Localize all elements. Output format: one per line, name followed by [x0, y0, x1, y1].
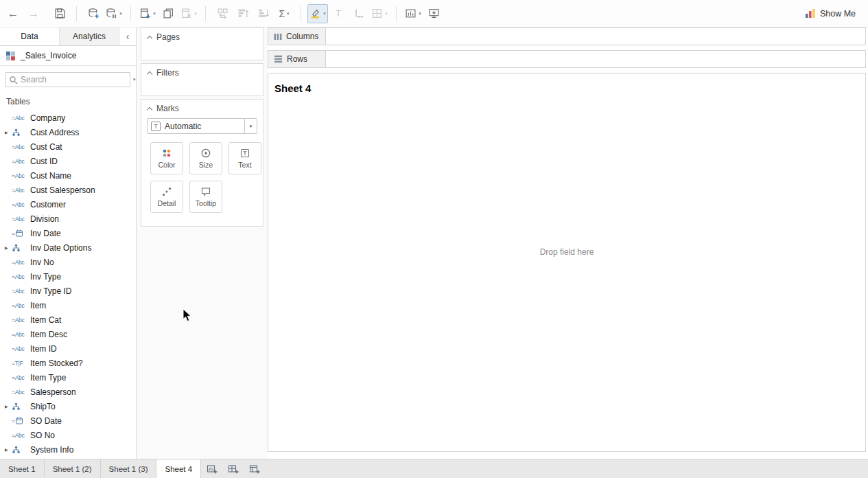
pages-card[interactable]: Pages — [141, 27, 263, 60]
field-row[interactable]: ▶ =Abc =T|F = Inv Type ID — [0, 284, 136, 298]
sheet-canvas[interactable]: Sheet 4 Drop field here — [268, 73, 866, 452]
new-worksheet-tab-button[interactable] — [201, 459, 222, 478]
pause-auto-updates-button[interactable]: ▾ — [104, 4, 124, 23]
hierarchy-expander-icon[interactable]: ▶ — [5, 130, 12, 135]
hierarchy-expander-icon[interactable]: ▶ — [5, 245, 12, 250]
new-worksheet-button[interactable]: ▾ — [137, 4, 158, 23]
search-options-caret-icon[interactable]: ▾ — [133, 77, 136, 82]
field-row[interactable]: ▶ =Abc =T|F = Cust Address — [0, 125, 136, 139]
field-label: Cust Cat — [30, 142, 62, 152]
swap-rows-columns-button[interactable] — [212, 4, 233, 23]
field-row[interactable]: ▶ =Abc =T|F = Company — [0, 111, 136, 125]
save-button[interactable] — [49, 4, 70, 23]
marks-color-button[interactable]: Color — [150, 142, 183, 174]
filters-card[interactable]: Filters — [141, 63, 263, 96]
string-field-icon: =Abc — [12, 273, 30, 280]
sort-descending-icon — [258, 8, 270, 19]
field-row[interactable]: ▶ =Abc =T|F = Item ID — [0, 341, 136, 356]
field-row[interactable]: ▶ =Abc =T|F = Inv No — [0, 255, 136, 269]
field-list: ▶ =Abc =T|F = Company ▶ =Abc =T|F = Cust… — [0, 111, 136, 457]
datasource-row[interactable]: _Sales_Invoice — [0, 46, 136, 66]
sheet-tab[interactable]: Sheet 1 — [0, 459, 45, 478]
field-label: ShipTo — [30, 402, 56, 411]
field-row[interactable]: ▶ =Abc =T|F = Item Type — [0, 370, 136, 385]
collapse-pane-button[interactable]: ‹ — [119, 27, 136, 45]
show-hide-cards-button[interactable]: ▾ — [403, 4, 423, 23]
field-row[interactable]: ▶ =Abc =T|F = Cust Name — [0, 168, 136, 183]
marks-size-button[interactable]: Size — [189, 142, 222, 174]
field-row[interactable]: ▶ =Abc =T|F = Inv Date — [0, 226, 136, 240]
string-field-icon: =Abc — [12, 302, 30, 309]
field-row[interactable]: ▶ =Abc =T|F = Inv Date Options — [0, 240, 136, 255]
field-row[interactable]: ▶ =Abc =T|F = Customer — [0, 197, 136, 212]
field-row[interactable]: ▶ =Abc =T|F = System Info — [0, 442, 136, 457]
datasource-name: _Sales_Invoice — [21, 51, 76, 60]
sheet-tab[interactable]: Sheet 1 (3) — [101, 459, 157, 478]
cell-borders-button[interactable]: ▾ — [369, 4, 390, 23]
cell-borders-icon — [371, 8, 383, 19]
mark-type-dropdown[interactable]: T Automatic ▾ — [147, 118, 257, 134]
marks-detail-button[interactable]: Detail — [150, 181, 183, 213]
collapse-up-chevron-icon[interactable] — [147, 106, 152, 112]
sheet-title: Sheet 4 — [268, 73, 865, 94]
sheet-tab[interactable]: Sheet 1 (2) — [45, 459, 101, 478]
collapse-up-chevron-icon[interactable] — [147, 71, 152, 76]
clear-sheet-button[interactable]: ▾ — [178, 4, 199, 23]
show-mark-labels-button[interactable]: T — [328, 4, 349, 23]
tab-data[interactable]: Data — [0, 27, 60, 45]
marks-tooltip-button[interactable]: Tooltip — [189, 181, 222, 213]
field-row[interactable]: ▶ =Abc =T|F = Cust ID — [0, 154, 136, 168]
field-row[interactable]: ▶ =Abc =T|F = Division — [0, 212, 136, 226]
fix-axes-button[interactable] — [349, 4, 369, 23]
field-row[interactable]: ▶ =Abc =T|F = SO No — [0, 428, 136, 442]
sort-ascending-button[interactable] — [233, 4, 253, 23]
redo-button[interactable]: → — [23, 4, 44, 23]
show-me-button[interactable]: Show Me — [805, 8, 856, 19]
new-dashboard-button[interactable] — [222, 459, 244, 478]
field-label: Inv Type — [30, 272, 61, 282]
field-row[interactable]: ▶ =Abc =T|F = Item — [0, 298, 136, 312]
string-field-icon: =Abc — [12, 345, 30, 352]
text-icon — [239, 148, 250, 159]
new-worksheet-caret-icon: ▾ — [153, 11, 156, 16]
mark-type-caret-icon[interactable]: ▾ — [244, 119, 257, 133]
duplicate-sheet-button[interactable] — [158, 4, 178, 23]
sort-descending-button[interactable] — [253, 4, 274, 23]
totals-button[interactable]: Σ ▾ — [274, 4, 294, 23]
presentation-mode-button[interactable] — [423, 4, 444, 23]
new-datasource-button[interactable] — [83, 4, 104, 23]
highlight-button[interactable]: ▾ — [307, 4, 328, 23]
hierarchy-expander-icon[interactable]: ▶ — [5, 404, 12, 409]
field-row[interactable]: ▶ =Abc =T|F = SO Date — [0, 413, 136, 428]
rows-shelf-drop-area[interactable] — [326, 51, 865, 67]
marks-buttons: Color Size Text Detail Tooltip — [141, 139, 263, 213]
undo-button[interactable]: ← — [3, 4, 23, 23]
field-row[interactable]: ▶ =Abc =T|F = Cust Cat — [0, 139, 136, 154]
tab-analytics[interactable]: Analytics — [60, 27, 119, 45]
marks-text-button[interactable]: Text — [228, 142, 261, 174]
field-label: Inv Type ID — [30, 286, 71, 296]
field-row[interactable]: ▶ =Abc =T|F = Item Stocked? — [0, 356, 136, 370]
field-row[interactable]: ▶ =Abc =T|F = Cust Salesperson — [0, 183, 136, 197]
field-row[interactable]: ▶ =Abc =T|F = Salesperson — [0, 385, 136, 399]
field-row[interactable]: ▶ =Abc =T|F = Inv Type — [0, 269, 136, 284]
field-row[interactable]: ▶ =Abc =T|F = Item Cat — [0, 312, 136, 327]
field-label: Customer — [30, 200, 66, 209]
clear-sheet-icon — [180, 8, 192, 19]
new-story-button[interactable] — [244, 459, 265, 478]
sheet-tab[interactable]: Sheet 4 — [156, 459, 201, 478]
hierarchy-expander-icon[interactable]: ▶ — [5, 447, 12, 452]
pages-card-header: Pages — [141, 28, 263, 45]
marks-button-label: Detail — [158, 199, 176, 207]
data-pane: Data Analytics ‹ _Sales_Invoice ▾ Tables… — [0, 27, 137, 459]
field-label: Cust ID — [30, 157, 58, 166]
size-icon — [200, 148, 211, 159]
collapse-up-chevron-icon[interactable] — [147, 35, 152, 41]
search-input[interactable] — [21, 75, 127, 84]
columns-shelf-drop-area[interactable] — [326, 28, 865, 45]
marks-card-header: Marks — [141, 100, 263, 117]
sheet-tab-label: Sheet 1 — [8, 465, 36, 473]
field-row[interactable]: ▶ =Abc =T|F = ShipTo — [0, 399, 136, 413]
show-me-label: Show Me — [820, 9, 856, 19]
field-row[interactable]: ▶ =Abc =T|F = Item Desc — [0, 327, 136, 341]
